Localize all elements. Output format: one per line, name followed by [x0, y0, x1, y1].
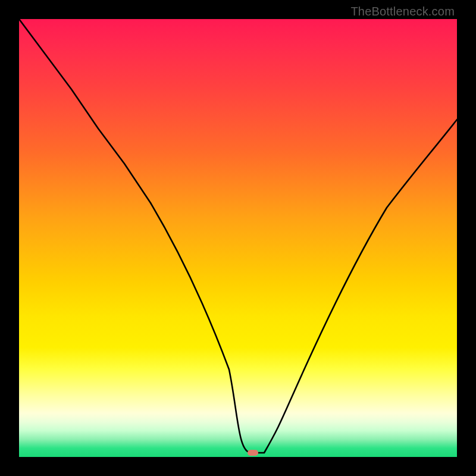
plot-area — [19, 19, 457, 457]
chart-frame: TheBottleneck.com — [0, 0, 476, 476]
bottleneck-curve-svg — [19, 19, 457, 457]
bottleneck-curve — [19, 19, 457, 453]
optimal-marker — [248, 450, 258, 456]
watermark-text: TheBottleneck.com — [350, 5, 455, 18]
